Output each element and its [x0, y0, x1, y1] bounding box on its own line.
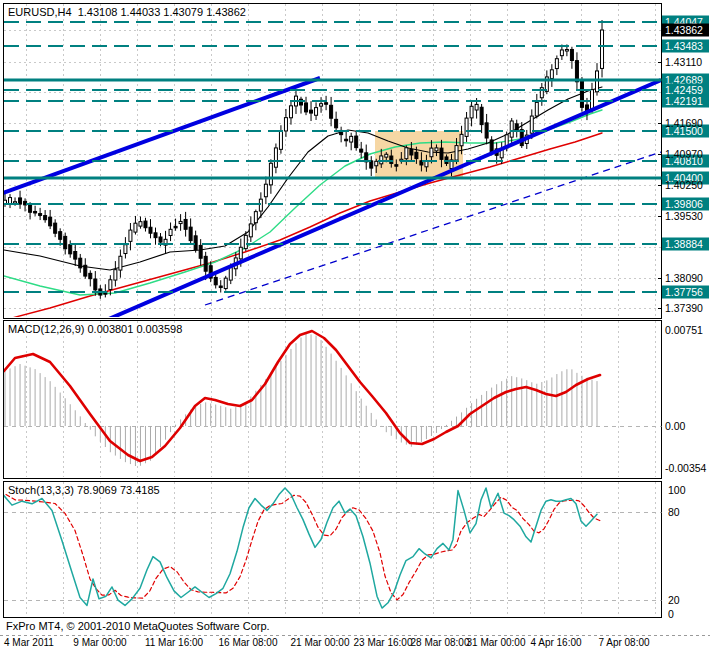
bull-candle: [274, 148, 277, 167]
price-tick-label: 1.43110: [665, 56, 702, 68]
bull-candle: [350, 136, 353, 142]
bull-candle: [289, 106, 292, 118]
bull-candle: [560, 50, 563, 56]
stoch-scale-label: 0: [668, 608, 674, 620]
bull-candle: [470, 106, 473, 118]
bear-candle: [29, 205, 32, 212]
bear-candle: [440, 148, 443, 159]
bear-candle: [89, 273, 92, 278]
bull-candle: [254, 212, 257, 223]
bull-candle: [550, 70, 553, 79]
bear-candle: [330, 105, 333, 118]
price-level-label: 1.37756: [665, 286, 703, 298]
price-tick-label: 1.40250: [665, 179, 703, 191]
stoch-indicator-label: Stoch(13,3,3) 78.9069 73.4185: [8, 484, 160, 496]
bear-candle: [485, 123, 488, 138]
bull-candle: [510, 121, 513, 137]
bear-candle: [480, 107, 483, 124]
copyright-text: FxPro MT4, © 2001-2010 MetaQuotes Softwa…: [6, 620, 270, 632]
bear-candle: [490, 140, 493, 152]
bull-candle: [380, 156, 383, 164]
bear-candle: [345, 139, 348, 141]
bear-candle: [84, 265, 87, 276]
date-axis-label: 9 Mar 00:00: [73, 637, 127, 648]
bear-candle: [159, 237, 162, 242]
bull-candle: [284, 118, 287, 131]
date-axis-label: 16 Mar 08:00: [219, 637, 278, 648]
bull-candle: [555, 59, 558, 69]
bull-candle: [601, 30, 604, 68]
bear-candle: [390, 156, 393, 163]
bull-candle: [315, 108, 318, 116]
bear-candle: [79, 258, 82, 268]
date-axis-label: 11 Mar 16:00: [145, 637, 204, 648]
bull-candle: [430, 148, 433, 157]
bear-candle: [515, 124, 518, 131]
bear-candle: [59, 232, 62, 240]
bear-candle: [199, 245, 202, 258]
bear-candle: [149, 227, 152, 233]
bear-candle: [335, 119, 338, 127]
date-axis-label: 7 Apr 08:00: [598, 637, 650, 648]
bear-candle: [189, 227, 192, 240]
bull-candle: [259, 199, 262, 211]
date-axis-label: 4 Apr 16:00: [530, 637, 582, 648]
bear-candle: [395, 165, 398, 167]
bull-candle: [465, 118, 468, 136]
price-level-label: 1.42191: [665, 95, 703, 107]
bull-candle: [269, 163, 272, 185]
price-tick-label: 1.41690: [665, 117, 703, 129]
bear-candle: [570, 49, 573, 60]
stoch-scale-label: 20: [668, 594, 680, 606]
bull-candle: [475, 104, 478, 110]
macd-scale-label: 0.00: [665, 420, 686, 432]
bull-candle: [435, 148, 438, 151]
bear-candle: [410, 150, 413, 155]
bull-candle: [114, 270, 117, 280]
bull-candle: [590, 90, 593, 111]
bull-candle: [565, 49, 568, 51]
macd-panel: [4, 321, 662, 479]
price-level-label: 1.38884: [665, 238, 703, 250]
bear-candle: [64, 236, 67, 248]
bull-candle: [139, 222, 142, 226]
macd-scale-label: -0.00354: [665, 462, 707, 474]
macd-scale-label: 0.00751: [665, 324, 703, 336]
bear-candle: [204, 256, 207, 271]
bull-candle: [169, 229, 172, 235]
bear-candle: [194, 236, 197, 250]
bull-candle: [455, 146, 458, 160]
bull-candle: [134, 223, 137, 232]
bear-candle: [154, 233, 157, 238]
bear-candle: [325, 103, 328, 105]
price-level-label: 1.43483: [665, 40, 703, 52]
bull-candle: [229, 268, 232, 280]
bear-candle: [39, 214, 42, 216]
stoch-scale-label: 80: [668, 506, 680, 518]
bear-candle: [19, 198, 22, 204]
bull-candle: [119, 256, 122, 270]
date-axis-label: 23 Mar 16:00: [354, 637, 413, 648]
bear-candle: [310, 110, 313, 113]
bull-candle: [375, 161, 378, 165]
bear-candle: [144, 221, 147, 228]
bear-candle: [214, 277, 217, 284]
date-axis-label: 4 Mar 2011: [4, 637, 54, 648]
bull-candle: [244, 235, 247, 248]
bull-candle: [385, 154, 388, 157]
price-tick-label: 1.37390: [665, 302, 703, 314]
bear-candle: [44, 216, 47, 220]
bull-candle: [109, 280, 112, 290]
bear-candle: [415, 152, 418, 158]
bear-candle: [219, 286, 222, 288]
bull-candle: [129, 230, 132, 241]
bull-candle: [124, 245, 127, 254]
bull-candle: [535, 102, 538, 116]
bear-candle: [74, 252, 77, 260]
bull-candle: [14, 202, 17, 204]
macd-indicator-label: MACD(12,26,9) 0.003801 0.003598: [8, 323, 182, 335]
bear-candle: [360, 149, 363, 152]
bear-candle: [94, 279, 97, 290]
bull-candle: [249, 224, 252, 237]
bull-candle: [320, 104, 323, 106]
